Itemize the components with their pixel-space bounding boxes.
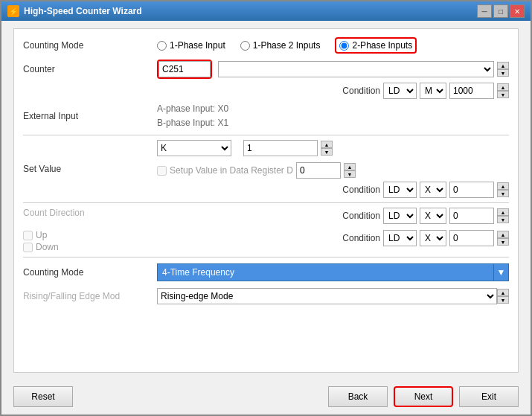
up-checkbox-label[interactable]: Up bbox=[23, 230, 157, 240]
rising-falling-spin-down[interactable]: ▼ bbox=[497, 296, 509, 304]
separator3 bbox=[23, 257, 509, 257]
rising-falling-dropdown-wrap: Rising-edge Mode Falling-edge Mode ▲ ▼ bbox=[157, 288, 509, 304]
radio-2phase-input[interactable] bbox=[339, 41, 349, 51]
reset-button[interactable]: Reset bbox=[13, 386, 73, 407]
count-direction-section: Count Direction Condition LDLDI XM bbox=[23, 208, 509, 228]
count-dir-cond1-label: Condition bbox=[342, 211, 380, 221]
set-value-input[interactable] bbox=[243, 140, 318, 156]
content-area: Counting Mode 1-Phase Input 1-Phase 2 In… bbox=[1, 21, 531, 380]
counting-mode-dropdown-wrap: 4-Time Frequency ▼ bbox=[157, 263, 509, 281]
down-checkbox-label[interactable]: Down bbox=[23, 242, 157, 252]
counting-mode-row-top: Counting Mode 1-Phase Input 1-Phase 2 In… bbox=[23, 35, 509, 56]
radio-2phase[interactable]: 2-Phase Inputs bbox=[335, 37, 417, 54]
setup-register-spinner: ▲ ▼ bbox=[344, 163, 356, 178]
count-dir-cond2-input[interactable] bbox=[449, 230, 494, 246]
up-label: Up bbox=[36, 230, 47, 240]
exit-button[interactable]: Exit bbox=[459, 386, 519, 407]
count-direction-label: Count Direction bbox=[23, 208, 157, 218]
down-checkbox bbox=[23, 243, 33, 252]
set-value-label: Set Value bbox=[23, 164, 157, 174]
external-input-label: External Input bbox=[23, 111, 157, 121]
count-dir-cond2-spin-up[interactable]: ▲ bbox=[497, 231, 509, 238]
rising-falling-row: Rising/Falling Edge Mod Rising-edge Mode… bbox=[23, 286, 509, 307]
maximize-button[interactable]: □ bbox=[493, 4, 508, 18]
radio-1phase2-input[interactable] bbox=[240, 41, 250, 51]
set-value-cond-input[interactable] bbox=[449, 182, 494, 198]
set-value-cond-spin-up[interactable]: ▲ bbox=[497, 182, 509, 190]
counter-row: Counter ▲ ▼ bbox=[23, 59, 509, 80]
external-input-line1: A-phase Input: X0 bbox=[157, 102, 228, 116]
set-value-cond-ld[interactable]: LDLDI bbox=[383, 182, 417, 198]
counting-mode-label-top: Counting Mode bbox=[23, 40, 157, 51]
set-value-cond-x[interactable]: XMY bbox=[420, 182, 446, 198]
minimize-button[interactable]: ─ bbox=[477, 4, 492, 18]
condition-top-label: Condition bbox=[342, 86, 380, 96]
count-dir-cond1-input[interactable] bbox=[449, 208, 494, 224]
radio-1phase2[interactable]: 1-Phase 2 Inputs bbox=[240, 40, 321, 51]
count-dir-cond1-spin-up[interactable]: ▲ bbox=[497, 208, 509, 216]
rising-falling-spinner: ▲ ▼ bbox=[497, 289, 509, 304]
count-dir-cond2-row: Condition LDLDI XM ▲ ▼ bbox=[157, 230, 509, 246]
setup-register-spin-down[interactable]: ▼ bbox=[344, 170, 356, 178]
radio-1phase[interactable]: 1-Phase Input bbox=[157, 40, 225, 51]
counter-input[interactable] bbox=[158, 61, 211, 77]
counting-mode-dropdown-arrow[interactable]: ▼ bbox=[494, 263, 509, 281]
title-bar: ⚡ High-Speed Counter Wizard ─ □ ✕ bbox=[1, 1, 531, 21]
setup-register-label: Setup Value in Data Register D bbox=[170, 165, 293, 176]
set-value-spin-up[interactable]: ▲ bbox=[321, 141, 333, 148]
nav-buttons: Back Next Exit bbox=[328, 386, 519, 407]
set-value-spin-down[interactable]: ▼ bbox=[321, 148, 333, 156]
radio-2phase-label: 2-Phase Inputs bbox=[352, 40, 412, 51]
counting-mode-bottom-row: Counting Mode 4-Time Frequency ▼ bbox=[23, 262, 509, 283]
count-dir-cond1-spin-down[interactable]: ▼ bbox=[497, 216, 509, 223]
radio-1phase-label: 1-Phase Input bbox=[170, 40, 225, 51]
counter-label: Counter bbox=[23, 64, 157, 74]
back-button[interactable]: Back bbox=[328, 386, 388, 407]
setup-register-row: Setup Value in Data Register D ▲ ▼ bbox=[157, 162, 509, 179]
count-dir-cond2-spin-down[interactable]: ▼ bbox=[497, 238, 509, 246]
set-value-cond-label: Condition bbox=[342, 185, 380, 195]
separator2 bbox=[23, 202, 509, 203]
up-down-label-spacer: Up Down bbox=[23, 230, 157, 252]
radio-1phase-input[interactable] bbox=[157, 41, 167, 51]
count-dir-cond1-row: Condition LDLDI XM ▲ ▼ bbox=[157, 208, 509, 224]
next-button[interactable]: Next bbox=[394, 386, 453, 407]
count-dir-cond1-x[interactable]: XM bbox=[420, 208, 446, 224]
set-value-cond-spin-down[interactable]: ▼ bbox=[497, 190, 509, 197]
main-content: Counting Mode 1-Phase Input 1-Phase 2 In… bbox=[1, 21, 531, 415]
up-down-row: Up Down Condition LDLDI bbox=[23, 230, 509, 252]
condition-top-m-select[interactable]: M X Y bbox=[420, 83, 446, 99]
count-dir-cond2-x[interactable]: XM bbox=[420, 230, 446, 246]
counter-dropdown[interactable] bbox=[218, 61, 494, 77]
condition-top-spin-down[interactable]: ▼ bbox=[497, 91, 509, 98]
condition-top-spin-up[interactable]: ▲ bbox=[497, 83, 509, 91]
form-section: Counting Mode 1-Phase Input 1-Phase 2 In… bbox=[13, 28, 519, 373]
set-value-k-select[interactable]: K D H bbox=[157, 140, 231, 156]
rising-falling-select[interactable]: Rising-edge Mode Falling-edge Mode bbox=[157, 288, 497, 304]
count-dir-cond1-ld[interactable]: LDLDI bbox=[383, 208, 417, 224]
count-dir-cond2-label: Condition bbox=[342, 233, 380, 243]
close-button[interactable]: ✕ bbox=[510, 4, 525, 18]
condition-top-row: Condition LD LDI M X Y ▲ ▼ bbox=[23, 83, 509, 99]
radio-1phase2-label: 1-Phase 2 Inputs bbox=[253, 40, 321, 51]
count-dir-cond2-ld[interactable]: LDLDI bbox=[383, 230, 417, 246]
setup-register-input[interactable] bbox=[296, 162, 341, 179]
main-window: ⚡ High-Speed Counter Wizard ─ □ ✕ Counti… bbox=[0, 0, 532, 416]
condition-top-ld-select[interactable]: LD LDI bbox=[383, 83, 417, 99]
counting-mode-bottom-label: Counting Mode bbox=[23, 267, 157, 278]
app-icon: ⚡ bbox=[7, 5, 19, 17]
counting-mode-radio-group: 1-Phase Input 1-Phase 2 Inputs 2-Phase I… bbox=[157, 37, 509, 54]
rising-falling-spin-up[interactable]: ▲ bbox=[497, 289, 509, 296]
condition-top-spinner: ▲ ▼ bbox=[497, 83, 509, 98]
set-value-top: K D H ▲ ▼ bbox=[157, 140, 509, 156]
setup-register-spin-up[interactable]: ▲ bbox=[344, 163, 356, 170]
set-value-cond-spinner: ▲ ▼ bbox=[497, 182, 509, 197]
down-label: Down bbox=[36, 242, 59, 252]
condition-top-value-input[interactable] bbox=[449, 83, 494, 99]
counter-spin-down[interactable]: ▼ bbox=[497, 69, 509, 77]
set-value-spinner: ▲ ▼ bbox=[321, 141, 333, 156]
counter-spin-up[interactable]: ▲ bbox=[497, 62, 509, 69]
external-input-text: A-phase Input: X0 B-phase Input: X1 bbox=[157, 102, 228, 130]
count-dir-cond2-wrap: Condition LDLDI XM ▲ ▼ bbox=[157, 230, 509, 246]
bottom-bar: Reset Back Next Exit bbox=[1, 380, 531, 415]
